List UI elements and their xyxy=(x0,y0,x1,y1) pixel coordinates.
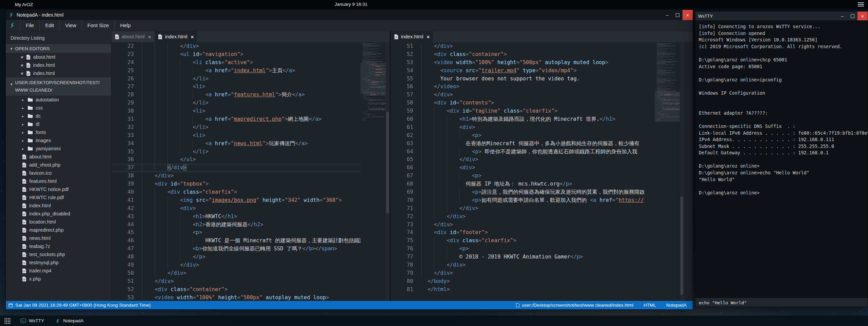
file-item-mapredirect.php[interactable]: mapredirect.php xyxy=(6,226,111,234)
code-line[interactable]: 22</div> xyxy=(111,42,360,51)
code-line[interactable]: 81 </html> xyxy=(391,286,655,294)
code-line[interactable]: 28<a href="features.html">簡介</a> xyxy=(111,91,360,99)
close-button[interactable]: × xyxy=(683,10,693,20)
file-item-location.html[interactable]: location.html xyxy=(6,218,111,226)
code-line[interactable]: 48</p> xyxy=(111,253,360,261)
code-line[interactable]: 76<p> xyxy=(391,245,655,253)
code-line[interactable]: 33<li> xyxy=(111,132,360,140)
code-line[interactable]: 78</div> xyxy=(391,261,655,269)
code-line[interactable]: 52<div class="container"> xyxy=(391,51,655,59)
file-item-features.html[interactable]: features.html xyxy=(6,177,111,185)
code-line[interactable]: 39<div id="topbox"> xyxy=(111,180,360,188)
code-line[interactable]: 43<h1>HKWTC</h1> xyxy=(111,213,360,221)
code-line[interactable]: 73</div> xyxy=(391,221,655,229)
code-line[interactable]: 36</ul> xyxy=(111,156,360,164)
open-editors-section-header[interactable]: ▾ OPEN EDITORS xyxy=(6,44,111,53)
code-line[interactable]: 55 Your browser does not support the vid… xyxy=(391,75,655,83)
folder-item-autostation[interactable]: ▸autostation xyxy=(6,96,111,104)
wstty-titlebar[interactable]: WsTTY – × xyxy=(695,12,868,20)
code-line[interactable]: 41<img src="images/box.png" height="342"… xyxy=(111,196,360,205)
code-line[interactable]: 32</li> xyxy=(111,123,360,132)
folder-item-css[interactable]: ▸css xyxy=(6,104,111,112)
code-line[interactable]: 44<h2>香港的建築伺服器</h2> xyxy=(111,221,360,229)
file-item-x.php[interactable]: x.php xyxy=(6,275,111,283)
code-line[interactable]: 80 </body> xyxy=(391,277,655,286)
taskbar-item-notepada[interactable]: NotepadA xyxy=(50,315,89,326)
hamburger-menu-icon[interactable] xyxy=(858,2,864,7)
maximize-button[interactable] xyxy=(672,10,683,20)
code-line[interactable]: 61<div> xyxy=(391,123,655,132)
close-button[interactable]: × xyxy=(857,12,868,20)
menu-item-font-size[interactable]: Font Size xyxy=(82,20,114,31)
menu-item-file[interactable]: File xyxy=(20,20,39,31)
code-line[interactable]: 53<video width="100%" height="500px" aut… xyxy=(391,59,655,67)
tab-index.html[interactable]: index.html× xyxy=(155,31,197,42)
code-line[interactable]: 58<div id="contents"> xyxy=(391,99,655,107)
code-line[interactable]: 69<p>請注意，我們的伺服器為確保玩家及遊玩時的質素，我們對的服務開啟 xyxy=(391,188,655,196)
file-item-index.html[interactable]: index.html xyxy=(6,202,111,210)
code-line[interactable]: 79</div> xyxy=(391,269,655,277)
code-line[interactable]: 62<p> xyxy=(391,132,655,140)
file-item-news.html[interactable]: news.html xyxy=(6,234,111,242)
menu-item-view[interactable]: View xyxy=(59,20,82,31)
code-line[interactable]: 47<b>你知道我們全線伺服器已轉用 SSD 了嗎？</b></span> xyxy=(111,245,360,253)
terminal-input[interactable] xyxy=(698,300,865,306)
file-item-test_sockets.php[interactable]: test_sockets.php xyxy=(6,250,111,258)
code-line[interactable]: 70<p>如有問題或需要申請白名單，歡迎加入我們的 <a href="https… xyxy=(391,196,655,205)
file-item-favicon.ico[interactable]: favicon.ico xyxy=(6,169,111,177)
code-editor[interactable]: 22</div>23<ul id="navigation">24<li clas… xyxy=(111,42,360,301)
code-line[interactable]: 51</div> xyxy=(391,42,655,51)
minimize-button[interactable]: – xyxy=(837,12,847,20)
file-item-HKWTC rule.pdf[interactable]: HKWTC rule.pdf xyxy=(6,193,111,202)
file-item-about.html[interactable]: about.html xyxy=(6,153,111,161)
code-line[interactable]: 51</div> xyxy=(111,277,360,286)
code-line[interactable]: 72</div> xyxy=(391,213,655,221)
taskbar-item-wstty[interactable]: WsTTY xyxy=(15,315,50,326)
close-icon[interactable]: × xyxy=(21,63,23,68)
vertical-scrollbar[interactable] xyxy=(680,42,684,301)
code-line[interactable]: 75<div class="clearfix"> xyxy=(391,237,655,245)
close-icon[interactable]: × xyxy=(21,71,23,76)
code-line[interactable]: 45<p> xyxy=(111,229,360,237)
file-item-add_vhost.php[interactable]: add_vhost.php xyxy=(6,161,111,169)
code-line[interactable]: 74<div id="footer"> xyxy=(391,229,655,237)
menu-item-help[interactable]: Help xyxy=(114,20,136,31)
code-line[interactable]: 46HKWTC 是一個 Minecraft 的建築伺服器，主要建築計劃包括鐵路 xyxy=(111,237,360,245)
code-line[interactable]: 66<div> xyxy=(391,164,655,172)
code-line[interactable]: 71</div> xyxy=(391,205,655,213)
open-editor-index.html[interactable]: ×index.html xyxy=(6,69,111,77)
workspace-root-header[interactable]: ▾ USER:/DESKTOP/SCREENSHOT/TEST/WWW CLEA… xyxy=(6,77,111,96)
tab-about.html[interactable]: about.html× xyxy=(111,31,154,42)
folder-item-dc[interactable]: ▸dc xyxy=(6,112,111,120)
open-editor-about.html[interactable]: ×about.html xyxy=(6,53,111,61)
code-line[interactable]: 56</video> xyxy=(391,83,655,91)
minimap[interactable]: </div> <div class="container"> <video wi… xyxy=(655,42,680,301)
app-grid-button[interactable] xyxy=(0,315,15,326)
code-line[interactable]: 77© 2018 - 2019 HKWTC Animation Gamer</p… xyxy=(391,253,655,261)
minimize-button[interactable]: – xyxy=(662,10,672,20)
code-line[interactable]: 54 <source src="trailer.mp4" type="video… xyxy=(391,67,655,75)
code-line[interactable]: 25<a href="index.html">主頁</a> xyxy=(111,67,360,75)
code-line[interactable]: 26</li> xyxy=(111,75,360,83)
close-tab-icon[interactable]: × xyxy=(427,34,430,40)
code-line[interactable]: 27<li> xyxy=(111,83,360,91)
code-line[interactable]: 37</div> xyxy=(111,164,360,172)
tab-index.html[interactable]: index.html× xyxy=(391,31,433,42)
code-line[interactable]: 60<h1>特別為建築及鐵路而設，現代化的 Minecraft 世界.</h1> xyxy=(391,115,655,123)
code-line[interactable]: 31<a href="mapredirect.php">網上地圖</a> xyxy=(111,115,360,123)
close-tab-icon[interactable]: × xyxy=(191,34,194,40)
minimap[interactable]: </div> <ul id="navigation"> <li class="a… xyxy=(360,42,386,301)
code-line[interactable]: 23<ul id="navigation"> xyxy=(111,51,360,59)
folder-item-images[interactable]: ▸images xyxy=(6,136,111,145)
vertical-scrollbar[interactable] xyxy=(386,42,390,301)
file-item-testmysql.php[interactable]: testmysql.php xyxy=(6,258,111,267)
code-line[interactable]: 52<div class="container"> xyxy=(111,286,360,294)
maximize-button[interactable] xyxy=(847,12,857,20)
code-line[interactable]: 68 伺服器 IP 地址為： mcs.hkwtc.org</p> xyxy=(391,180,655,188)
aroz-menu-button[interactable]: My ArOZ xyxy=(15,2,33,7)
code-line[interactable]: 65</div> xyxy=(391,156,655,164)
code-line[interactable]: 49</div> xyxy=(111,261,360,269)
close-tab-icon[interactable]: × xyxy=(148,34,151,40)
folder-item-yamiyamimi[interactable]: ▸yamiyamimi xyxy=(6,145,111,153)
code-line[interactable]: 59<div id="tagline" class="clearfix"> xyxy=(391,107,655,115)
